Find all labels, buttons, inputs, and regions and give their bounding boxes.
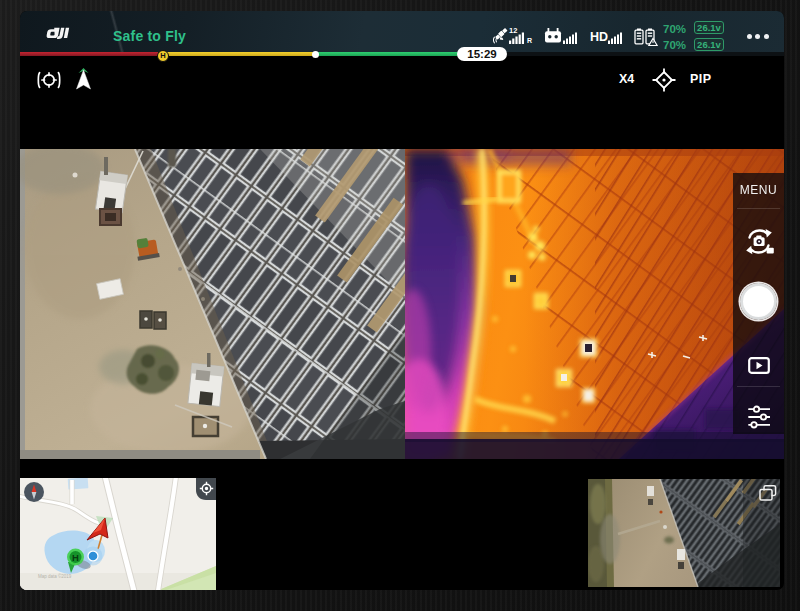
svg-text:H: H (72, 552, 79, 563)
svg-text:Map data ©2019: Map data ©2019 (38, 573, 72, 579)
